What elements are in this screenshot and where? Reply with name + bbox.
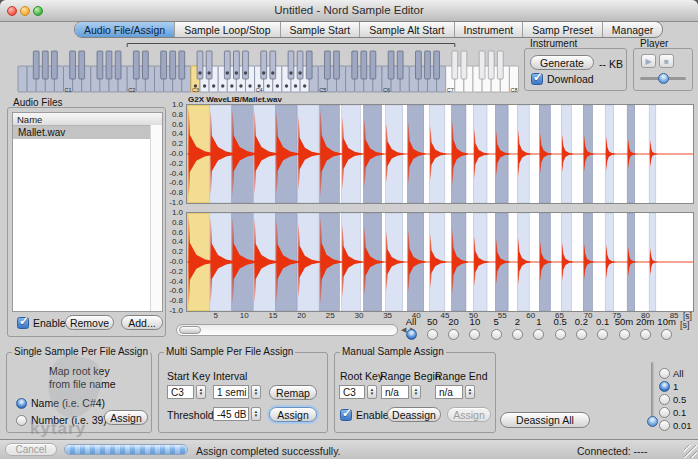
deassign-all-button[interactable]: Deassign All xyxy=(500,412,590,428)
tab-sample-alt-start[interactable]: Sample Alt Start xyxy=(359,22,453,37)
zoom-radio-20[interactable] xyxy=(448,329,459,340)
deassign-button[interactable]: Deassign xyxy=(387,407,441,422)
audio-file-row[interactable]: Mallet.wav xyxy=(13,126,162,139)
piano-key-D#5[interactable] xyxy=(334,51,340,79)
generate-button[interactable]: Generate xyxy=(530,55,594,70)
piano-key-G#6[interactable] xyxy=(425,51,431,79)
single-assign-radio-name-i-e-c-4[interactable] xyxy=(16,398,27,409)
range-begin-stepper[interactable]: ▲▼ xyxy=(411,385,421,399)
piano-key-D#6[interactable] xyxy=(397,51,403,79)
piano-key-F#7[interactable] xyxy=(479,51,485,79)
piano-key-A#7[interactable] xyxy=(497,51,503,79)
zoom-radio-10m[interactable] xyxy=(661,329,672,340)
tab-instrument[interactable]: Instrument xyxy=(454,22,523,37)
cancel-button[interactable]: Cancel xyxy=(5,443,57,456)
piano-key-G#0[interactable] xyxy=(42,51,48,79)
interval-field[interactable]: 1 semi xyxy=(213,385,249,399)
tab-sample-start[interactable]: Sample Start xyxy=(280,22,360,37)
piano-key-D#7[interactable] xyxy=(461,51,467,79)
piano-key-A#5[interactable] xyxy=(370,51,376,79)
piano-key-D#2[interactable] xyxy=(143,51,149,79)
start-key-field[interactable]: C3 xyxy=(167,385,194,399)
minimize-button[interactable] xyxy=(20,6,30,16)
nudge-slider[interactable] xyxy=(651,362,654,424)
nudge-radio-0-5[interactable] xyxy=(659,394,670,405)
piano-key-E0[interactable] xyxy=(18,66,27,92)
interval-stepper[interactable]: ▲▼ xyxy=(251,385,261,399)
zoom-radio-20m[interactable] xyxy=(640,329,651,340)
zoom-button[interactable] xyxy=(33,6,43,16)
audio-list-header-name[interactable]: Name xyxy=(13,113,162,126)
tab-sample-loop-stop[interactable]: Sample Loop/Stop xyxy=(174,22,279,37)
piano-key-F#5[interactable] xyxy=(352,51,358,79)
manual-assign-button[interactable]: Assign xyxy=(447,407,491,422)
range-end-stepper[interactable]: ▲▼ xyxy=(465,385,475,399)
stop-button[interactable]: ■ xyxy=(659,54,674,68)
piano-key-C#6[interactable] xyxy=(388,51,394,79)
piano-key-A#6[interactable] xyxy=(434,51,440,79)
audio-files-list[interactable]: Name Mallet.wav xyxy=(12,112,163,312)
piano-key-G#2[interactable] xyxy=(170,51,176,79)
resize-grip[interactable] xyxy=(684,445,697,458)
range-begin-field[interactable]: n/a xyxy=(381,385,409,399)
single-assign-radio-number-i-e-39[interactable] xyxy=(16,415,27,426)
start-key-stepper[interactable]: ▲▼ xyxy=(196,385,206,399)
nudge-radio-1[interactable] xyxy=(659,381,670,392)
piano-key-F#2[interactable] xyxy=(161,51,167,79)
piano-key-D#1[interactable] xyxy=(79,51,85,79)
nudge-radio-0-01[interactable] xyxy=(659,420,670,431)
zoom-radio-all[interactable] xyxy=(406,329,417,340)
piano-key-D#3[interactable] xyxy=(206,51,212,79)
remap-button[interactable]: Remap xyxy=(269,385,317,400)
root-key-stepper[interactable]: ▲▼ xyxy=(367,385,377,399)
zoom-radio-0-5[interactable] xyxy=(555,329,566,340)
nudge-slider-thumb[interactable] xyxy=(647,416,658,427)
root-key-field[interactable]: C3 xyxy=(339,385,365,399)
threshold-field[interactable]: -45 dB xyxy=(213,407,249,421)
piano-key-A#3[interactable] xyxy=(243,51,249,79)
waveform-scrollbar[interactable] xyxy=(176,324,398,336)
manual-enabled-checkbox[interactable] xyxy=(340,409,352,421)
remove-button[interactable]: Remove xyxy=(65,315,114,330)
piano-key-A#2[interactable] xyxy=(179,51,185,79)
nudge-radio-all[interactable] xyxy=(659,368,670,379)
audio-enabled-checkbox[interactable] xyxy=(17,317,29,329)
tab-manager[interactable]: Manager xyxy=(602,22,662,37)
keyboard-svg[interactable]: C1C2C3C4C5C6C7C8 xyxy=(17,42,521,94)
piano-key-F#1[interactable] xyxy=(97,51,103,79)
close-button[interactable] xyxy=(7,6,17,16)
threshold-stepper[interactable]: ▲▼ xyxy=(251,407,261,421)
waveform-scrollbar-thumb[interactable] xyxy=(179,326,201,334)
download-checkbox[interactable] xyxy=(531,73,543,85)
waveform-panel-top[interactable] xyxy=(186,104,694,204)
tab-samp-preset[interactable]: Samp Preset xyxy=(522,22,602,37)
zoom-radio-0-1[interactable] xyxy=(597,329,608,340)
piano-key-C#4[interactable] xyxy=(261,51,267,79)
piano-key-G#5[interactable] xyxy=(361,51,367,79)
single-assign-button[interactable]: Assign xyxy=(104,410,148,425)
add-button[interactable]: Add... xyxy=(121,315,163,330)
piano-key-A#0[interactable] xyxy=(52,51,58,79)
player-volume-thumb[interactable] xyxy=(658,73,669,84)
play-button[interactable]: ▶ xyxy=(641,54,656,68)
piano-key-G#7[interactable] xyxy=(488,51,494,79)
piano-key-C#1[interactable] xyxy=(70,51,76,79)
piano-key-C#7[interactable] xyxy=(452,51,458,79)
piano-key-G#3[interactable] xyxy=(234,51,240,79)
piano-key-A#1[interactable] xyxy=(115,51,121,79)
piano-key-C#2[interactable] xyxy=(133,51,139,79)
zoom-radio-50m[interactable] xyxy=(619,329,630,340)
zoom-radio-50[interactable] xyxy=(427,329,438,340)
piano-key-D#4[interactable] xyxy=(270,51,276,79)
nudge-radio-0-1[interactable] xyxy=(659,407,670,418)
range-end-field[interactable]: n/a xyxy=(435,385,463,399)
piano-key-F#0[interactable] xyxy=(33,51,39,79)
zoom-radio-2[interactable] xyxy=(512,329,523,340)
zoom-radio-1[interactable] xyxy=(533,329,544,340)
piano-key-F#6[interactable] xyxy=(416,51,422,79)
zoom-radio-10[interactable] xyxy=(469,329,480,340)
piano-key-F#3[interactable] xyxy=(224,51,230,79)
piano-key-F#4[interactable] xyxy=(288,51,294,79)
piano-key-G#1[interactable] xyxy=(106,51,112,79)
piano-key-C#5[interactable] xyxy=(325,51,331,79)
